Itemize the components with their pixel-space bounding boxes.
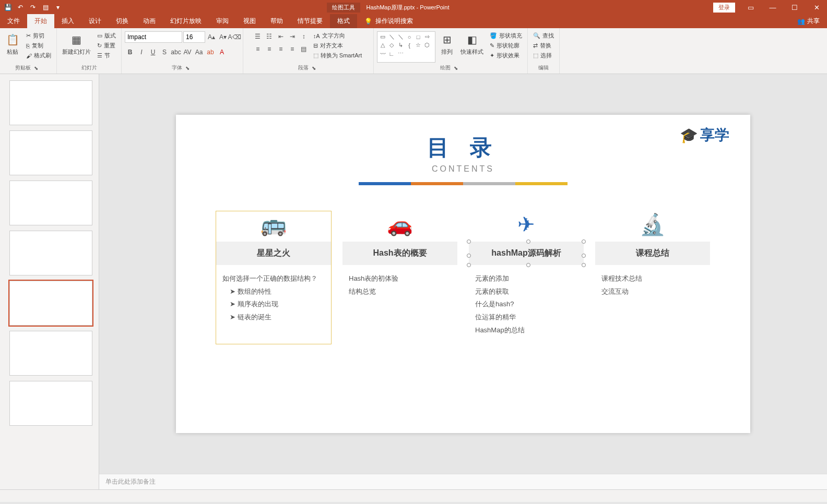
tab-design[interactable]: 设计 [81,14,109,28]
qat-customize-icon[interactable]: ▾ [53,3,63,12]
shape-line-icon[interactable]: ＼ [387,33,396,41]
select-button[interactable]: ⬚选择 [531,51,556,60]
tab-home[interactable]: 开始 [27,14,54,28]
reset-button[interactable]: ↻重置 [95,41,118,50]
tab-view[interactable]: 视图 [236,14,263,28]
selection-handle[interactable] [526,239,530,244]
selection-handle[interactable] [526,263,530,267]
section-button[interactable]: ☰节 [95,51,118,60]
columns-button[interactable]: ▤ [299,44,309,54]
shape-connector-icon[interactable]: ↳ [396,41,405,49]
layout-button[interactable]: ▭版式 [95,31,118,40]
tab-transition[interactable]: 切换 [109,14,136,28]
shape-gallery[interactable]: ▭ ＼ ＼ ○ □ ⇨ △ ◇ ↳ { ☆ ⬡ 〰 ∟ ⋯ [377,31,435,63]
shape-curve-icon[interactable]: 〰 [379,50,387,57]
tab-slideshow[interactable]: 幻灯片放映 [163,14,209,28]
slide-thumbnail-1[interactable] [9,80,92,125]
card-4-title[interactable]: 课程总结 [595,242,710,265]
card-3[interactable]: ✈ hashMap源码解析 [469,211,584,344]
slide-canvas[interactable]: 🎓 享学 目 录 CONTENTS 🚌 星星之火 如何选择一 [99,74,827,474]
card-3-body[interactable]: 元素的添加 元素的获取 什么是hash? 位运算的精华 HashMap的总结 [469,265,584,344]
highlight-button[interactable]: ab [205,47,216,57]
underline-button[interactable]: U [148,47,158,57]
clear-format-icon[interactable]: A⌫ [229,32,240,42]
slide-thumbnail-3[interactable] [9,181,92,225]
italic-button[interactable]: I [136,47,147,57]
shape-rect-icon[interactable]: ▭ [379,33,387,41]
replace-button[interactable]: ⇄替换 [531,41,556,50]
close-icon[interactable]: ✕ [806,0,827,15]
slide-thumbnails[interactable] [0,74,99,489]
tab-help[interactable]: 帮助 [263,14,290,28]
card-4[interactable]: 🔬 课程总结 课程技术总结 交流互动 [595,211,710,344]
shape-hex-icon[interactable]: ⬡ [423,41,431,49]
shape-square-icon[interactable]: □ [414,33,422,41]
card-2[interactable]: 🚗 Hash表的概要 Hash表的初体验 结构总览 [342,211,457,344]
dialog-launcher-icon[interactable]: ⬊ [185,65,193,70]
selection-handle[interactable] [582,239,586,244]
minimize-icon[interactable]: — [762,0,783,15]
numbering-button[interactable]: ☷ [264,31,275,42]
line-spacing-button[interactable]: ↕ [299,31,309,42]
undo-icon[interactable]: ↶ [16,3,25,12]
slide-thumbnail-4[interactable] [9,231,92,275]
strikethrough-button[interactable]: S [159,47,170,57]
tell-me-search[interactable]: 💡 操作说明搜索 [357,14,420,28]
shape-line2-icon[interactable]: ＼ [396,33,405,41]
selection-handle[interactable] [582,263,586,267]
maximize-icon[interactable]: ☐ [784,0,805,15]
copy-button[interactable]: ⎘复制 [24,41,53,50]
align-center-button[interactable]: ≡ [264,44,275,54]
quick-styles-button[interactable]: ◧ 快速样式 [458,31,486,57]
tab-format[interactable]: 格式 [330,14,357,28]
dialog-launcher-icon[interactable]: ⬊ [454,65,461,70]
font-size-combo[interactable]: 16 [183,31,205,43]
shape-arrow-icon[interactable]: ⇨ [423,33,431,41]
shape-effects-button[interactable]: ✦形状效果 [488,51,524,60]
dialog-launcher-icon[interactable]: ⬊ [34,65,41,70]
dialog-launcher-icon[interactable]: ⬊ [312,65,319,70]
card-2-title[interactable]: Hash表的概要 [342,242,457,265]
slide-thumbnail-7[interactable] [9,381,92,426]
shape-star-icon[interactable]: ☆ [414,41,422,49]
slide-thumbnail-5[interactable] [9,281,92,326]
increase-font-icon[interactable]: A▴ [206,32,217,42]
shape-oval-icon[interactable]: ○ [405,33,413,41]
card-3-title[interactable]: hashMap源码解析 [469,242,584,265]
share-button[interactable]: 👥 共享 [790,14,827,28]
cut-button[interactable]: ✂剪切 [24,31,53,40]
shape-triangle-icon[interactable]: △ [379,41,387,49]
shadow-button[interactable]: abc [171,47,181,57]
shape-l-icon[interactable]: ∟ [387,50,396,57]
tab-chapter[interactable]: 情节提要 [290,14,330,28]
align-left-button[interactable]: ≡ [253,44,263,54]
text-direction-button[interactable]: ↕A文字方向 [311,31,364,40]
bold-button[interactable]: B [125,47,135,57]
shape-outline-button[interactable]: ✎形状轮廓 [488,41,524,50]
tab-file[interactable]: 文件 [0,14,27,28]
arrange-button[interactable]: ⊞ 排列 [438,31,456,57]
shape-diamond-icon[interactable]: ◇ [387,41,396,49]
shape-fill-button[interactable]: 🪣形状填充 [488,31,524,40]
card-1-body[interactable]: 如何选择一个正确的数据结构？ ➤ 数组的特性 ➤ 顺序表的出现 ➤ 链表的诞生 [216,265,331,331]
card-4-body[interactable]: 课程技术总结 交流互动 [595,265,710,305]
font-name-combo[interactable]: Impact [125,31,182,43]
save-icon[interactable]: 💾 [3,3,13,12]
notes-pane[interactable]: 单击此处添加备注 [99,474,827,489]
change-case-button[interactable]: Aa [194,47,204,57]
tab-insert[interactable]: 插入 [54,14,81,28]
tab-animation[interactable]: 动画 [136,14,163,28]
decrease-font-icon[interactable]: A▾ [218,32,228,42]
selection-handle[interactable] [467,239,471,244]
card-1-title[interactable]: 星星之火 [216,242,331,265]
slide[interactable]: 🎓 享学 目 录 CONTENTS 🚌 星星之火 如何选择一 [176,115,750,433]
justify-button[interactable]: ≡ [287,44,298,54]
bullets-button[interactable]: ☰ [253,31,263,42]
login-button[interactable]: 登录 [713,3,735,13]
selection-handle[interactable] [467,254,471,258]
slide-subtitle[interactable]: CONTENTS [207,164,719,174]
new-slide-button[interactable]: ▦ 新建幻灯片 [60,31,93,57]
font-color-button[interactable]: A [217,47,227,57]
ribbon-options-icon[interactable]: ▭ [740,0,761,15]
card-1[interactable]: 🚌 星星之火 如何选择一个正确的数据结构？ ➤ 数组的特性 ➤ 顺序表的出现 ➤… [216,211,331,344]
